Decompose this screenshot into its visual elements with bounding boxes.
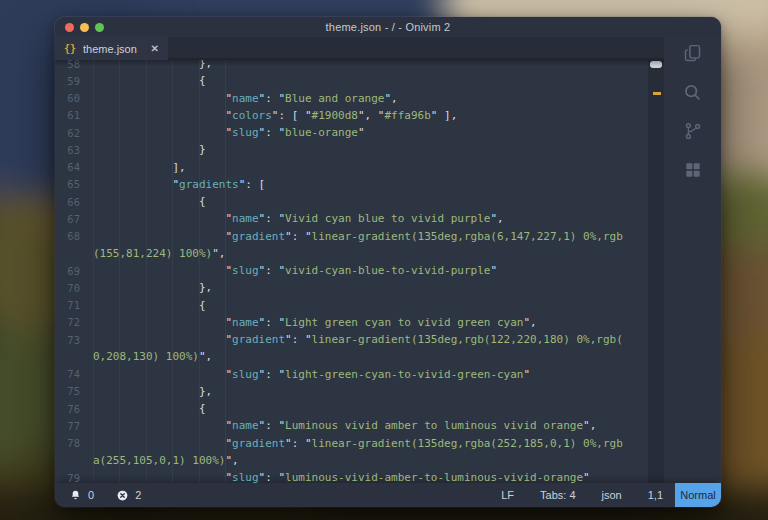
code-line[interactable]: 0,208,130) 100%)", (55, 348, 648, 365)
code-line[interactable]: 60 "name": "Blue and orange", (55, 90, 648, 107)
code-line[interactable]: 72 "name": "Light green cyan to vivid gr… (55, 314, 648, 331)
code-line[interactable]: 76 { (55, 400, 648, 417)
bell-icon (69, 489, 82, 502)
code-line[interactable]: 70 }, (55, 279, 648, 296)
line-text: "name": "Luminous vivid amber to luminou… (93, 417, 596, 434)
line-number: 75 (55, 385, 93, 397)
titlebar: theme.json - / - Onivim 2 (55, 17, 721, 37)
json-file-icon: {} (64, 43, 76, 54)
line-text: { (93, 297, 206, 314)
code-line[interactable]: 68 "gradient": "linear-gradient(135deg,r… (55, 228, 648, 245)
tab-label: theme.json (83, 43, 137, 55)
status-item-1: Tabs: 4 (540, 489, 575, 501)
line-text: "gradient": "linear-gradient(135deg,rgb(… (93, 331, 623, 348)
line-number: 72 (55, 316, 93, 328)
line-number: 68 (55, 230, 93, 242)
code-line[interactable]: 79 "slug": "luminous-vivid-amber-to-lumi… (55, 469, 648, 483)
tab-bar: {} theme.json ✕ (55, 37, 664, 60)
line-text: 0,208,130) 100%)", (93, 348, 212, 365)
code-line[interactable]: 75 }, (55, 383, 648, 400)
line-text: }, (93, 60, 212, 72)
line-text: }, (93, 383, 212, 400)
status-item-3: 1,1 (648, 489, 663, 501)
line-number: 61 (55, 109, 93, 121)
line-text: { (93, 72, 206, 89)
code-line[interactable]: 74 "slug": "light-green-cyan-to-vivid-gr… (55, 366, 648, 383)
line-number: 69 (55, 265, 93, 277)
line-number: 73 (55, 334, 93, 346)
code-line[interactable]: 73 "gradient": "linear-gradient(135deg,r… (55, 331, 648, 348)
line-number: 78 (55, 437, 93, 449)
code-line[interactable]: 62 "slug": "blue-orange" (55, 124, 648, 141)
code-line[interactable]: 61 "colors": [ "#1900d8", "#ffa96b" ], (55, 107, 648, 124)
line-text: ], (93, 159, 186, 176)
minimize-window-button[interactable] (80, 23, 89, 32)
line-text: }, (93, 279, 212, 296)
line-text: "slug": "vivid-cyan-blue-to-vivid-purple… (93, 262, 497, 279)
line-number: 58 (55, 60, 93, 70)
line-number: 65 (55, 178, 93, 190)
close-window-button[interactable] (65, 23, 74, 32)
files-icon[interactable] (682, 42, 704, 64)
zoom-window-button[interactable] (95, 23, 104, 32)
code-line[interactable]: 59 { (55, 72, 648, 89)
extensions-icon[interactable] (682, 159, 704, 181)
line-text: "gradients": [ (93, 176, 265, 193)
line-number: 66 (55, 196, 93, 208)
status-item-2: json (602, 489, 622, 501)
line-text: "colors": [ "#1900d8", "#ffa96b" ], (93, 107, 457, 124)
code-line[interactable]: 69 "slug": "vivid-cyan-blue-to-vivid-pur… (55, 262, 648, 279)
error-count: 2 (135, 489, 141, 501)
notifications-indicator[interactable]: 0 (69, 489, 94, 502)
activity-bar (664, 37, 721, 483)
line-number: 59 (55, 75, 93, 87)
problems-indicator[interactable]: 2 (116, 489, 141, 502)
code-editor[interactable]: 58 },59 {60 "name": "Blue and orange",61… (55, 60, 648, 483)
line-number: 77 (55, 420, 93, 432)
line-number: 62 (55, 127, 93, 139)
tab-theme-json[interactable]: {} theme.json ✕ (55, 37, 168, 60)
code-line[interactable]: 67 "name": "Vivid cyan blue to vivid pur… (55, 210, 648, 227)
traffic-lights (65, 17, 104, 37)
line-number: 74 (55, 368, 93, 380)
line-text: "name": "Vivid cyan blue to vivid purple… (93, 210, 504, 227)
line-text: { (93, 400, 206, 417)
scrollbar-marker (653, 92, 661, 95)
status-item-0: LF (501, 489, 514, 501)
line-number: 63 (55, 144, 93, 156)
vim-mode-badge[interactable]: Normal (675, 483, 721, 507)
onivim-window: theme.json - / - Onivim 2 {} theme.json … (55, 17, 721, 507)
notification-count: 0 (88, 489, 94, 501)
editor-scrollbar[interactable] (648, 60, 664, 483)
line-text: "name": "Light green cyan to vivid green… (93, 314, 537, 331)
code-line[interactable]: 66 { (55, 193, 648, 210)
search-icon[interactable] (682, 81, 704, 103)
code-line[interactable]: 71 { (55, 297, 648, 314)
code-line[interactable]: 78 "gradient": "linear-gradient(135deg,r… (55, 435, 648, 452)
line-text: "slug": "light-green-cyan-to-vivid-green… (93, 366, 530, 383)
scrollbar-thumb[interactable] (650, 61, 662, 68)
code-line[interactable]: a(255,105,0,1) 100%)", (55, 452, 648, 469)
status-bar: 0 2 LFTabs: 4json1,1 Normal (55, 483, 721, 507)
code-line[interactable]: 63 } (55, 141, 648, 158)
status-left: 0 2 (55, 489, 141, 502)
line-number: 60 (55, 92, 93, 104)
editor-group: 58 },59 {60 "name": "Blue and orange",61… (55, 60, 664, 483)
tab-close-icon[interactable]: ✕ (151, 43, 159, 54)
desktop: theme.json - / - Onivim 2 {} theme.json … (0, 0, 768, 520)
line-number: 76 (55, 403, 93, 415)
line-text: { (93, 193, 206, 210)
code-line[interactable]: 77 "name": "Luminous vivid amber to lumi… (55, 417, 648, 434)
line-number: 79 (55, 472, 93, 483)
window-title: theme.json - / - Onivim 2 (55, 21, 721, 33)
line-text: a(255,105,0,1) 100%)", (93, 452, 239, 469)
line-text: } (93, 141, 206, 158)
code-line[interactable]: 58 }, (55, 60, 648, 72)
git-branch-icon[interactable] (682, 120, 704, 142)
code-line[interactable]: (155,81,224) 100%)", (55, 245, 648, 262)
code-line[interactable]: 64 ], (55, 159, 648, 176)
code-line[interactable]: 65 "gradients": [ (55, 176, 648, 193)
line-text: "name": "Blue and orange", (93, 90, 398, 107)
error-circle-icon (116, 489, 129, 502)
line-text: "gradient": "linear-gradient(135deg,rgba… (93, 228, 623, 245)
